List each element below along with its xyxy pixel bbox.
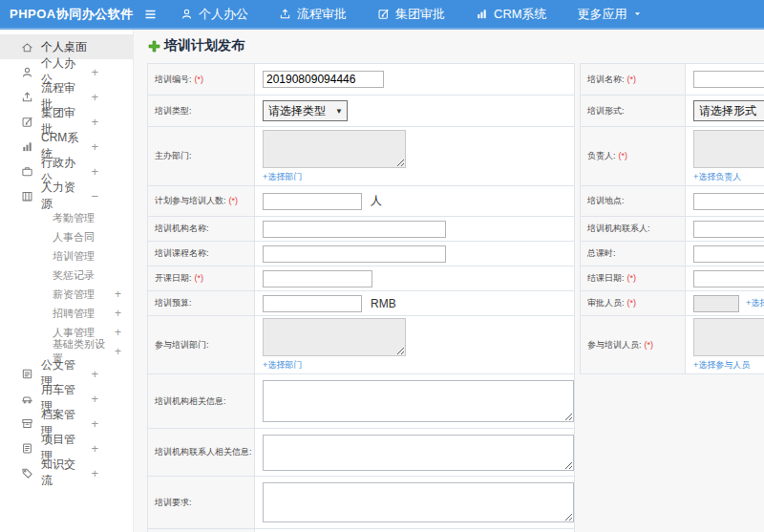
start-date-input[interactable] <box>263 270 372 287</box>
sidebar-subitem-attendance-mgmt[interactable]: 考勤管理 <box>0 208 133 227</box>
org-contact-input[interactable] <box>693 221 764 238</box>
chart-icon <box>21 140 33 153</box>
nav-workflow-approval[interactable]: 流程审批 <box>279 6 347 23</box>
sidebar: 个人桌面个人办公+流程审批+集团审批+CRM系统+行政办公+人力资源−考勤管理人… <box>0 30 134 532</box>
planned-participants-unit: 人 <box>371 194 382 207</box>
location-input[interactable] <box>693 193 764 210</box>
participating-depts-field: +选择部门 <box>255 316 575 374</box>
training-requirements-field <box>255 477 575 529</box>
archive-icon <box>21 417 33 430</box>
participating-depts-label: 参与培训部门: <box>148 316 255 374</box>
home-icon <box>21 41 33 53</box>
expand-indicator: + <box>91 466 98 480</box>
host-dept-box[interactable] <box>263 130 406 168</box>
sidebar-subitem-label: 招聘管理 <box>53 307 95 321</box>
sidebar-subitem-reward-punish-record[interactable]: 奖惩记录 <box>0 266 133 285</box>
upload-icon <box>21 91 33 103</box>
nav-label: 个人办公 <box>199 6 248 23</box>
attachment-label: 附件资料: <box>148 529 255 532</box>
org-contact-related-info-textarea[interactable] <box>263 435 574 471</box>
approver-field: +选择审批人员 <box>686 291 764 316</box>
required-marker: (*) <box>195 273 204 283</box>
sidebar-subitem-training-mgmt[interactable]: 培训管理 <box>0 246 133 266</box>
course-name-input[interactable] <box>263 245 446 263</box>
required-marker: (*) <box>619 151 628 160</box>
total-hours-field <box>686 242 764 266</box>
expand-indicator: + <box>91 139 98 154</box>
doc-icon <box>21 368 33 380</box>
expand-indicator: + <box>91 416 98 431</box>
training-no-field <box>255 64 575 96</box>
knowledge-icon <box>21 467 33 479</box>
menu-toggle-icon[interactable] <box>143 8 158 21</box>
sidebar-subitem-label: 考勤管理 <box>53 211 95 225</box>
org-related-info-field <box>255 374 575 429</box>
attachment-field: +附件上传 <box>255 529 575 532</box>
host-dept-field: +选择部门 <box>255 127 575 186</box>
org-name-input[interactable] <box>263 221 446 238</box>
org-contact-related-info-field <box>255 429 575 477</box>
training-type-select[interactable]: 请选择类型▼ <box>263 100 348 121</box>
sidebar-subitem-personnel-contract[interactable]: 人事合同 <box>0 227 133 246</box>
approver-link[interactable]: +选择审批人员 <box>746 298 764 308</box>
form-row-course-name: 培训课程名称: <box>148 242 575 266</box>
nav-personal-office[interactable]: 个人办公 <box>180 6 248 23</box>
sidebar-subitem-salary-mgmt[interactable]: 薪资管理+ <box>0 285 133 304</box>
host-dept-link[interactable]: +选择部门 <box>263 171 566 183</box>
sidebar-item-label: 知识交流 <box>41 457 83 489</box>
training-form-select[interactable]: 请选择形式▼ <box>693 100 764 121</box>
leader-link[interactable]: +选择负责人 <box>693 171 764 183</box>
nav-more-apps[interactable]: 更多应用 <box>578 6 642 23</box>
training-requirements-textarea[interactable] <box>263 482 574 522</box>
expand-indicator: − <box>91 189 98 203</box>
form-row-planned-participants: 计划参与培训人数:(*)人 <box>148 186 575 217</box>
app-header: PHPOA协同办公软件 个人办公流程审批集团审批CRM系统更多应用 <box>0 0 764 30</box>
training-type-label: 培训类型: <box>148 96 255 127</box>
form-row-location: 培训地点: <box>581 186 764 217</box>
approver-input[interactable] <box>693 295 739 312</box>
form-row-approver: 审批人员:(*)+选择审批人员 <box>581 291 764 316</box>
training-name-label: 培训名称:(*) <box>581 64 686 96</box>
course-name-label: 培训课程名称: <box>148 242 255 266</box>
leader-box[interactable] <box>693 130 764 168</box>
org-related-info-label: 培训机构相关信息: <box>148 374 255 429</box>
training-form-field: 请选择形式▼ <box>686 96 764 127</box>
sidebar-subitem-recruit-mgmt[interactable]: 招聘管理+ <box>0 304 133 323</box>
required-marker: (*) <box>195 74 204 84</box>
main-content: 培训计划发布 培训编号:(*)培训类型:请选择类型▼主办部门:+选择部门计划参与… <box>134 30 764 532</box>
form-row-training-requirements: 培训要求: <box>148 477 575 529</box>
chart-icon <box>476 8 488 20</box>
required-marker: (*) <box>645 340 654 350</box>
nav-label: CRM系统 <box>494 6 547 23</box>
training-name-input[interactable] <box>693 71 764 88</box>
host-dept-label: 主办部门: <box>148 127 255 186</box>
training-no-input[interactable] <box>263 71 384 88</box>
location-label: 培训地点: <box>581 186 686 217</box>
total-hours-input[interactable] <box>693 245 764 263</box>
participants-link[interactable]: +选择参与人员 <box>693 359 764 372</box>
sidebar-item-knowledge-exchange[interactable]: 知识交流+ <box>0 460 133 485</box>
org-related-info-textarea[interactable] <box>263 380 574 422</box>
budget-input[interactable] <box>263 295 362 312</box>
planned-participants-input[interactable] <box>263 193 362 210</box>
form-row-org-contact: 培训机构联系人: <box>581 217 764 242</box>
training-form-label: 培训形式: <box>581 96 686 127</box>
form-row-org-related-info: 培训机构相关信息: <box>148 374 575 429</box>
participating-depts-link[interactable]: +选择部门 <box>263 359 566 372</box>
expand-indicator: + <box>91 90 98 104</box>
training-requirements-label: 培训要求: <box>148 477 255 529</box>
end-date-input[interactable] <box>693 270 764 287</box>
user-icon <box>180 8 193 20</box>
participants-box[interactable] <box>693 318 764 356</box>
sidebar-item-hr[interactable]: 人力资源− <box>0 183 133 208</box>
training-plan-form: 培训编号:(*)培训类型:请选择类型▼主办部门:+选择部门计划参与培训人数:(*… <box>147 63 764 532</box>
nav-group-approval[interactable]: 集团审批 <box>377 6 445 23</box>
sidebar-subitem-label: 奖惩记录 <box>53 268 95 283</box>
total-hours-label: 总课时: <box>581 242 686 266</box>
form-row-training-form: 培训形式:请选择形式▼ <box>581 96 764 127</box>
org-name-label: 培训机构名称: <box>148 217 255 242</box>
form-row-host-dept: 主办部门:+选择部门 <box>148 127 575 186</box>
participating-depts-box[interactable] <box>263 318 406 356</box>
nav-label: 更多应用 <box>578 6 627 23</box>
nav-crm-system[interactable]: CRM系统 <box>476 6 547 23</box>
